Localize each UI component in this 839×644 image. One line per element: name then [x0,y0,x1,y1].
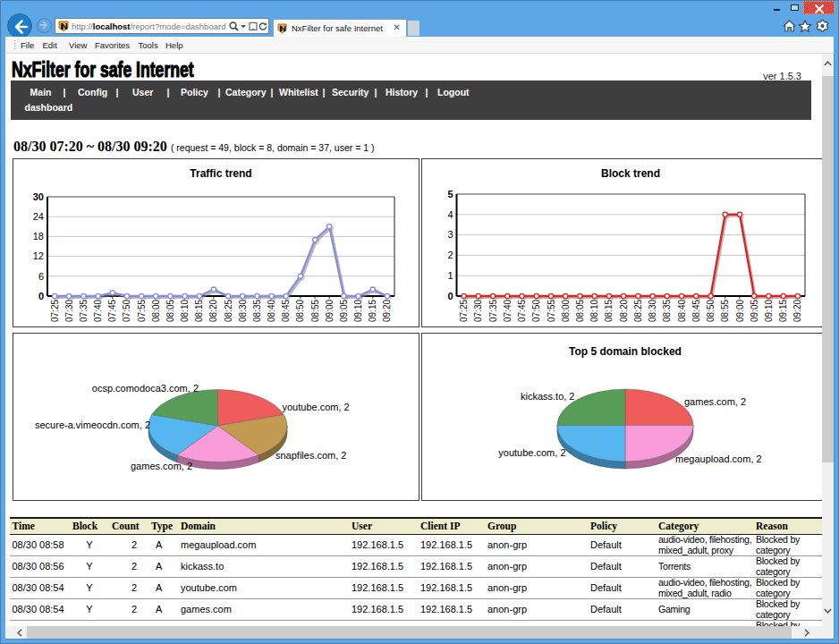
svg-text:09:00: 09:00 [325,300,335,322]
svg-text:megaupload.com, 2: megaupload.com, 2 [675,453,762,464]
svg-text:08:50: 08:50 [295,300,305,322]
svg-text:08:10: 08:10 [589,300,599,322]
svg-text:09:10: 09:10 [764,300,774,322]
svg-text:Traffic trend: Traffic trend [190,167,251,180]
svg-text:09:15: 09:15 [368,300,377,322]
svg-text:08:25: 08:25 [633,300,643,322]
svg-text:08:00: 08:00 [151,300,161,322]
svg-text:kickass.to, 2: kickass.to, 2 [521,391,575,402]
svg-text:07:45: 07:45 [517,300,527,322]
svg-text:07:55: 07:55 [547,300,556,322]
svg-text:08:40: 08:40 [677,300,687,322]
svg-text:08:15: 08:15 [604,300,614,322]
svg-text:09:15: 09:15 [778,300,788,322]
svg-text:07:40: 07:40 [93,300,103,322]
svg-text:08:30: 08:30 [238,300,248,322]
svg-text:08:45: 08:45 [691,300,701,322]
svg-text:08:15: 08:15 [194,300,204,322]
svg-text:Top 5 domain blocked: Top 5 domain blocked [569,345,682,358]
svg-text:08:20: 08:20 [619,300,629,322]
svg-text:07:35: 07:35 [79,300,89,322]
svg-text:09:20: 09:20 [382,300,392,322]
svg-text:08:35: 08:35 [252,300,262,322]
svg-text:08:50: 08:50 [706,300,716,322]
svg-text:3: 3 [447,229,453,240]
svg-text:07:50: 07:50 [531,300,541,322]
svg-text:09:05: 09:05 [750,300,759,322]
svg-text:07:25: 07:25 [50,300,60,322]
svg-text:08:30: 08:30 [648,300,657,322]
svg-text:07:30: 07:30 [473,300,483,322]
svg-text:youtube.com, 2: youtube.com, 2 [498,447,565,458]
svg-text:30: 30 [33,191,44,202]
svg-text:4: 4 [447,209,453,220]
svg-text:07:25: 07:25 [459,300,469,322]
svg-text:08:20: 08:20 [208,300,218,322]
svg-text:07:40: 07:40 [503,300,513,322]
svg-text:secure-a.vimeocdn.com, 2: secure-a.vimeocdn.com, 2 [35,419,150,430]
svg-text:games.com, 2: games.com, 2 [131,461,192,471]
svg-text:08:45: 08:45 [281,300,291,322]
svg-text:24: 24 [33,211,44,222]
svg-text:09:05: 09:05 [339,300,349,322]
svg-text:08:00: 08:00 [561,300,571,322]
svg-text:07:50: 07:50 [122,300,131,322]
svg-text:2: 2 [447,250,453,260]
svg-text:0: 0 [447,291,453,301]
svg-text:07:55: 07:55 [137,300,147,322]
svg-text:0: 0 [38,291,44,301]
svg-text:08:55: 08:55 [310,300,320,322]
svg-text:07:45: 07:45 [107,300,117,322]
svg-text:6: 6 [38,271,44,282]
svg-text:youtube.com, 2: youtube.com, 2 [283,402,350,412]
svg-text:07:30: 07:30 [64,300,74,322]
svg-text:games.com, 2: games.com, 2 [684,396,746,407]
svg-text:ocsp.comodoca3.com, 2: ocsp.comodoca3.com, 2 [92,383,199,394]
svg-text:07:35: 07:35 [488,300,498,322]
svg-text:09:20: 09:20 [792,300,802,322]
svg-text:5: 5 [447,189,453,199]
svg-text:08:05: 08:05 [575,300,585,322]
svg-text:08:10: 08:10 [180,300,190,322]
svg-text:snapfiles.com, 2: snapfiles.com, 2 [275,450,346,461]
svg-text:12: 12 [33,250,44,261]
svg-text:08:40: 08:40 [267,300,276,322]
svg-text:1: 1 [447,270,453,281]
svg-text:08:35: 08:35 [662,300,672,322]
svg-text:18: 18 [33,231,44,242]
svg-text:08:55: 08:55 [720,300,730,322]
svg-text:09:00: 09:00 [735,300,745,322]
svg-text:08:25: 08:25 [224,300,233,322]
svg-text:08:05: 08:05 [165,300,175,322]
svg-text:Block trend: Block trend [601,167,660,180]
svg-text:09:10: 09:10 [353,300,363,322]
